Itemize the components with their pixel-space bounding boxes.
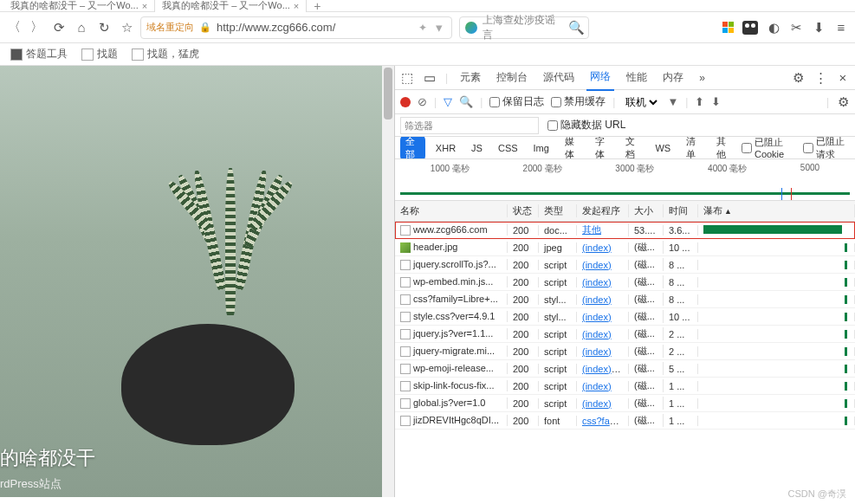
download-icon[interactable]: ⬇	[812, 21, 826, 35]
refresh-alt-icon[interactable]: ↻	[97, 21, 111, 35]
type-font[interactable]: 字体	[590, 137, 615, 159]
file-icon	[400, 294, 411, 305]
col-type[interactable]: 类型	[539, 204, 577, 217]
address-bar[interactable]: 域名重定向 🔒 http://www.zcg666.com/ ✦ ▾	[140, 16, 452, 39]
browser-tab[interactable]: 我真的啥都没干 – 又一个Wo... ×	[155, 0, 307, 12]
table-row[interactable]: www.zcg666.com200doc...其他53....3.6...	[395, 222, 855, 239]
inspect-icon[interactable]: ⬚	[400, 71, 414, 85]
table-row[interactable]: style.css?ver=4.9.1200styl...(index)(磁..…	[395, 308, 855, 326]
table-row[interactable]: jizDREVItHgc8qDI...200fontcss?fami...(磁.…	[395, 412, 855, 430]
gear-icon[interactable]: ⚙	[836, 95, 850, 109]
initiator-link[interactable]: (index):17	[582, 364, 625, 374]
favorite-icon[interactable]: ✦	[418, 22, 427, 34]
profile-icon[interactable]: ◐	[767, 21, 781, 35]
initiator-link[interactable]: (index)	[582, 242, 612, 253]
tab-memory[interactable]: 内存	[659, 65, 687, 90]
table-row[interactable]: wp-embed.min.js...200script(index)(磁...8…	[395, 274, 855, 291]
nav-bar: 〈 〉 ⟳ ⌂ ↻ ☆ 域名重定向 🔒 http://www.zcg666.co…	[0, 12, 855, 43]
scrollbar[interactable]	[382, 66, 394, 497]
bookmark-item[interactable]: 找题	[81, 47, 118, 61]
timeline-tick: 1000 毫秒	[431, 163, 470, 175]
chevron-down-icon[interactable]: ▼	[667, 95, 678, 108]
throttle-select[interactable]: 联机	[622, 95, 660, 109]
filter-input[interactable]	[400, 117, 539, 134]
microsoft-icon[interactable]	[722, 22, 734, 33]
tab-elements[interactable]: 元素	[457, 65, 484, 90]
dropdown-icon[interactable]: ▾	[432, 21, 446, 35]
type-all[interactable]: 全部	[400, 137, 425, 159]
back-icon[interactable]: 〈	[7, 21, 21, 35]
tab-more[interactable]: »	[696, 67, 709, 89]
filter-icon[interactable]: ▽	[444, 95, 452, 108]
bookmark-item[interactable]: 找题，猛虎	[132, 47, 199, 61]
table-row[interactable]: jquery.js?ver=1.1...200script(index)(磁..…	[395, 326, 855, 343]
col-name[interactable]: 名称	[395, 204, 508, 217]
bookmark-icon	[10, 48, 23, 61]
initiator-link[interactable]: (index)	[582, 329, 612, 339]
type-manifest[interactable]: 清单	[681, 137, 706, 159]
gear-icon[interactable]: ⚙	[791, 71, 805, 85]
table-row[interactable]: skip-link-focus-fix...200script(index)(磁…	[395, 378, 855, 395]
reload-icon[interactable]: ⟳	[52, 21, 66, 35]
tab-sources[interactable]: 源代码	[540, 65, 578, 90]
initiator-link[interactable]: (index)	[582, 398, 612, 409]
initiator-link[interactable]: (index)	[582, 294, 612, 305]
close-icon[interactable]: ×	[294, 1, 299, 11]
record-icon[interactable]	[400, 97, 411, 107]
type-other[interactable]: 其他	[711, 137, 736, 159]
timeline-overview[interactable]: 1000 毫秒 2000 毫秒 3000 毫秒 4000 毫秒 5000	[395, 159, 855, 201]
initiator-link[interactable]: 其他	[582, 224, 601, 235]
col-initiator[interactable]: 发起程序	[577, 204, 629, 217]
initiator-link[interactable]: (index)	[582, 277, 612, 288]
new-tab-button[interactable]: +	[307, 0, 327, 13]
kebab-icon[interactable]: ⋮	[813, 71, 827, 85]
star-icon[interactable]: ☆	[120, 21, 133, 35]
device-icon[interactable]: ▭	[423, 71, 437, 85]
bookmark-item[interactable]: 答题工具	[10, 47, 68, 61]
close-icon[interactable]: ×	[142, 1, 147, 11]
preserve-log-checkbox[interactable]: 保留日志	[489, 94, 544, 109]
table-row[interactable]: jquery-migrate.mi...200script(index)(磁..…	[395, 343, 855, 360]
type-img[interactable]: Img	[528, 141, 554, 155]
browser-tab[interactable]: 我真的啥都没干 – 又一个Wo... ×	[3, 0, 155, 12]
initiator-link[interactable]: (index)	[582, 260, 612, 270]
home-icon[interactable]: ⌂	[74, 21, 88, 35]
tab-network[interactable]: 网络	[586, 64, 614, 91]
type-xhr[interactable]: XHR	[431, 141, 461, 155]
type-js[interactable]: JS	[466, 141, 488, 155]
disable-cache-checkbox[interactable]: 禁用缓存	[551, 94, 606, 109]
clear-icon[interactable]: ⊘	[418, 95, 427, 108]
initiator-link[interactable]: (index)	[582, 312, 612, 322]
table-row[interactable]: jquery.scrollTo.js?...200script(index)(磁…	[395, 256, 855, 274]
search-bar[interactable]: 上海查处涉疫谣言 🔍	[459, 16, 589, 39]
type-media[interactable]: 媒体	[560, 137, 585, 159]
blocked-cookie-checkbox[interactable]: 已阻止 Cookie	[742, 137, 798, 159]
table-row[interactable]: header.jpg200jpeg(index)(磁...10 ...	[395, 239, 855, 256]
type-ws[interactable]: WS	[650, 141, 676, 155]
hide-data-url-checkbox[interactable]: 隐藏数据 URL	[547, 118, 625, 132]
col-status[interactable]: 状态	[508, 204, 539, 217]
col-waterfall[interactable]: 瀑布▲	[698, 204, 855, 217]
close-icon[interactable]: ×	[836, 71, 850, 85]
col-size[interactable]: 大小	[629, 204, 664, 217]
col-time[interactable]: 时间	[664, 204, 698, 217]
search-icon[interactable]: 🔍	[569, 21, 583, 35]
table-row[interactable]: css?family=Libre+...200styl...(index)(磁.…	[395, 291, 855, 308]
forward-icon[interactable]: 〉	[29, 21, 43, 35]
upload-icon[interactable]: ⬆	[695, 95, 704, 108]
initiator-link[interactable]: (index)	[582, 381, 612, 391]
type-doc[interactable]: 文档	[620, 137, 645, 159]
type-css[interactable]: CSS	[493, 141, 523, 155]
search-icon[interactable]: 🔍	[459, 95, 473, 108]
table-row[interactable]: wp-emoji-release...200script(index):17(磁…	[395, 360, 855, 378]
tab-performance[interactable]: 性能	[623, 65, 651, 90]
extension-icon[interactable]	[742, 21, 758, 35]
tab-console[interactable]: 控制台	[493, 65, 531, 90]
download-icon[interactable]: ⬇	[711, 95, 721, 108]
initiator-link[interactable]: css?fami...	[582, 416, 628, 426]
menu-icon[interactable]: ≡	[834, 21, 848, 35]
blocked-req-checkbox[interactable]: 已阻止请求	[803, 137, 850, 159]
scissors-icon[interactable]: ✂	[789, 21, 803, 35]
initiator-link[interactable]: (index)	[582, 346, 612, 357]
table-row[interactable]: global.js?ver=1.0200script(index)(磁...1 …	[395, 395, 855, 412]
